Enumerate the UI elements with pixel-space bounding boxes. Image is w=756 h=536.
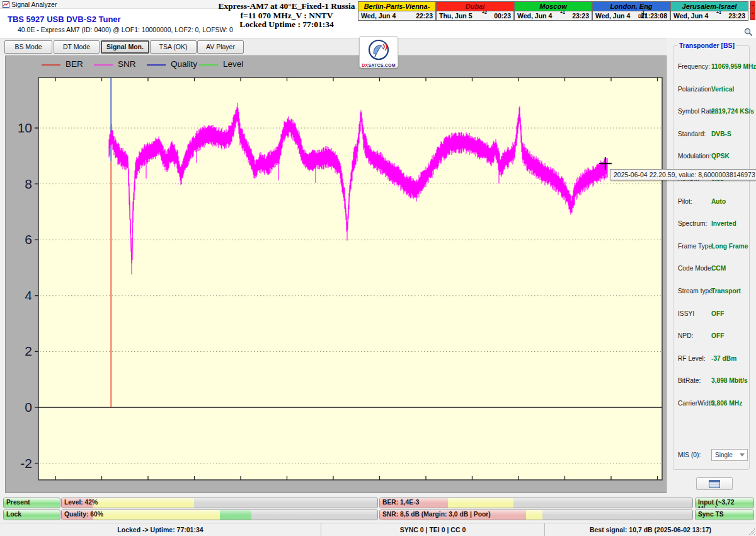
signal-analyzer-window: Signal Analyzer TBS 5927 USB DVB-S2 Tune… <box>0 0 756 536</box>
resize-grip[interactable] <box>748 528 755 535</box>
transponder-field: Frequency:11069,959 MHz <box>678 63 748 72</box>
mis-select[interactable]: Single <box>711 449 748 461</box>
y-tick-label: 8 <box>25 177 32 191</box>
logo-text: DXSATCS.COM <box>360 63 398 67</box>
window-title: Signal Analyzer <box>11 1 57 8</box>
field-label: Pilot: <box>678 198 692 205</box>
field-label: Stream type: <box>678 288 714 294</box>
tab-signal-mon-[interactable]: Signal Mon. <box>101 40 149 54</box>
clock-body: Wed, Jun 4-1DST21:23:08 <box>593 11 670 20</box>
clock-london-eng: London, EngWed, Jun 4-1DST21:23:08 <box>592 1 670 21</box>
field-label: Frequency: <box>678 63 710 70</box>
field-value: QPSK <box>711 153 730 160</box>
field-label: Modulation: <box>678 153 711 160</box>
status-section-0: Locked -> Uptime: 77:01:34 <box>0 523 321 536</box>
y-tick-label: 6 <box>25 232 32 247</box>
field-label: Spectrum: <box>678 220 707 227</box>
status-section-2: Best signal: 10,7 dB (2025-06-02 13:17) <box>545 523 756 536</box>
tab-bs-mode[interactable]: BS Mode <box>4 40 52 54</box>
header-line-4: Locked Uptime : 77:01:34 <box>164 20 410 30</box>
tab-tsa-ok-[interactable]: TSA (OK) <box>150 40 197 54</box>
clock-berlin-paris-vienna-roma: Berlin-Paris-Vienna-RomaWed, Jun 422:23 <box>358 1 436 21</box>
clock-body: Wed, Jun 4+123:23 <box>515 11 592 20</box>
bar-label: Input (~3,72 Mbps) <box>698 499 753 508</box>
clock-jerusalem-israel: Jerusalem-IsraelWed, Jun 4+123:23 <box>670 1 748 21</box>
clock-date: Thu, Jun 5 <box>439 12 472 20</box>
field-label: Frame Type: <box>678 243 714 250</box>
y-tick-label: -2 <box>20 456 32 470</box>
field-label: Polarization: <box>678 86 713 93</box>
tab-dt-mode[interactable]: DT Mode <box>54 40 100 54</box>
app-icon <box>3 1 9 8</box>
export-button[interactable] <box>696 477 733 490</box>
bar-label: Level: 42% <box>64 499 98 506</box>
transponder-field: Stream type:Transport <box>678 288 748 296</box>
indicator-lock: Lock <box>3 510 60 520</box>
field-label: CarrierWidth: <box>678 400 716 407</box>
field-value: -37 dBm <box>711 355 736 362</box>
field-value: Inverted <box>711 220 736 227</box>
y-tick-label: 0 <box>25 400 32 414</box>
mis-value: Single <box>715 452 733 458</box>
field-label: Symbol Rate: <box>678 108 716 115</box>
table-icon <box>709 480 720 488</box>
groupbox-title: Transponder [BS] <box>677 42 736 49</box>
field-value: 3,898 Mbit/s <box>711 377 748 384</box>
y-tick-label: 2 <box>25 344 32 358</box>
field-value: Transport <box>711 288 741 294</box>
field-value: 2819,724 KS/s <box>711 108 754 115</box>
transponder-field: ISSYIOFF <box>678 310 748 319</box>
satellite-dish-icon <box>367 38 390 61</box>
clock-time: 21:23:08 <box>641 12 667 20</box>
meter-level: Level: 42% <box>61 498 378 508</box>
magnifier-icon[interactable] <box>744 28 753 37</box>
transponder-field: Polarization:Vertical <box>678 86 748 95</box>
clock-utc-offset: +1 <box>560 11 565 15</box>
transponder-field: Spectrum:Inverted <box>678 220 748 229</box>
meter-quality: Quality: 60% <box>61 510 378 520</box>
field-value: 3,806 MHz <box>711 400 742 407</box>
clock-utc-offset: +1 <box>716 11 721 15</box>
field-label: ISSYI <box>678 310 694 317</box>
transponder-field: RF Level:-37 dBm <box>678 355 748 364</box>
clock-time: 23:23 <box>572 12 589 20</box>
field-value: OFF <box>711 332 724 339</box>
clock-moscow: MoscowWed, Jun 4+123:23 <box>514 1 592 21</box>
field-value: Vertical <box>711 86 734 93</box>
bar-label: Present <box>6 499 30 506</box>
field-label: NPD: <box>678 332 693 339</box>
dxsatcs-logo: DXSATCS.COM <box>359 36 398 68</box>
field-label: BitRate: <box>678 377 701 384</box>
clock-city: Moscow <box>515 2 592 11</box>
transponder-field: Frame Type:Long Frame <box>678 243 748 252</box>
clock-body: Wed, Jun 422:23 <box>358 11 435 20</box>
transponder-groupbox: Transponder [BS] Frequency:11069,959 MHz… <box>673 45 750 470</box>
field-value: DVB-S <box>711 131 731 137</box>
y-tick-label: 10 <box>18 120 32 135</box>
clock-time: 00:23 <box>494 12 511 20</box>
transponder-field: Modulation:QPSK <box>678 153 748 161</box>
chart-tooltip: 2025-06-04 22.20.59, value: 8,6000003814… <box>610 169 756 180</box>
mis-label: MIS (0): <box>678 452 701 458</box>
meter-snr: SNR: 8,5 dB (Margin: 3,0 dB | Poor) <box>379 510 693 520</box>
transponder-field: BitRate:3,898 Mbit/s <box>678 377 748 386</box>
clock-city: London, Eng <box>593 2 670 11</box>
indicator-sync-ts: Sync TS <box>695 510 754 520</box>
transponder-panel: Transponder [BS] Frequency:11069,959 MHz… <box>667 38 756 493</box>
bar-label: Sync TS <box>698 511 724 518</box>
clock-widget-edge <box>750 1 755 20</box>
plot-area <box>38 78 662 480</box>
clock-body: Thu, Jun 5+200:23 <box>437 11 513 20</box>
tab-av-player[interactable]: AV Player <box>197 40 244 54</box>
bar-label: SNR: 8,5 dB (Margin: 3,0 dB | Poor) <box>382 511 491 518</box>
clock-city: Dubai <box>437 2 513 11</box>
transponder-field: Standard:DVB-S <box>678 131 748 139</box>
bar-label: BER: 1,4E-3 <box>382 499 419 506</box>
y-tick-label: 4 <box>25 288 32 303</box>
snr-history-plot[interactable]: 1086420-2 <box>6 56 666 492</box>
clock-city: Berlin-Paris-Vienna-Roma <box>358 2 435 11</box>
field-label: Code Mode: <box>678 265 713 272</box>
bar-label: Quality: 60% <box>64 511 103 518</box>
clock-city: Jerusalem-Israel <box>671 2 748 11</box>
field-value: Auto <box>711 198 726 205</box>
